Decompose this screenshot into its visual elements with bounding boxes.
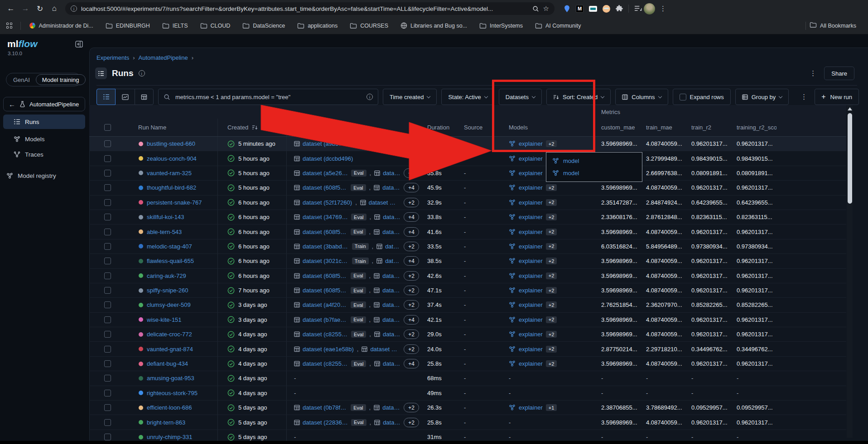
run-name-link[interactable]: unruly-chimp-331 — [147, 434, 192, 440]
more-models-badge[interactable]: +1 — [546, 404, 557, 411]
table-row[interactable]: righteous-stork-795 4 days ago - 49ms - … — [89, 386, 846, 401]
explainer-model-link[interactable]: explainer — [519, 360, 543, 367]
run-name-link[interactable]: delicate-croc-772 — [147, 331, 192, 338]
dataset-link-secondary[interactable]: data… — [385, 258, 401, 264]
row-checkbox[interactable] — [104, 331, 111, 338]
table-row[interactable]: melodic-stag-407 6 hours ago dataset (3b… — [89, 239, 846, 254]
row-checkbox[interactable] — [104, 199, 111, 206]
explainer-model-link[interactable]: explainer — [519, 287, 543, 294]
dataset-link[interactable]: dataset (a5e26688) — [303, 170, 348, 177]
row-checkbox[interactable] — [104, 214, 111, 220]
column-header-training-r2-score[interactable]: training_r2_scor — [736, 119, 776, 136]
dataset-link[interactable]: dataset (b7fae58a) — [303, 316, 348, 323]
dataset-link[interactable]: dataset (608f5b90) — [303, 184, 348, 191]
row-checkbox[interactable] — [104, 346, 111, 353]
card-extension-icon[interactable] — [589, 6, 597, 12]
bookmark-star-icon[interactable]: ☆ — [543, 5, 549, 13]
dataset-link-secondary[interactable]: datas… — [383, 419, 401, 426]
row-checkbox[interactable] — [104, 404, 111, 411]
dataset-link[interactable]: dataset (0b78f852) — [303, 404, 348, 411]
dataset-link[interactable]: dataset (22836d6e) — [303, 419, 348, 426]
dataset-link[interactable]: dataset (dccbd496) — [303, 155, 353, 162]
dataset-link[interactable]: dataset (c8255e16) — [303, 331, 348, 338]
more-models-badge[interactable]: +2 — [546, 360, 557, 367]
run-name-link[interactable]: persistent-snake-767 — [147, 199, 202, 206]
dataset-link-secondary[interactable]: datas… — [383, 170, 401, 177]
table-row[interactable]: zealous-conch-904 5 hours ago dataset (d… — [89, 151, 846, 166]
url-text[interactable]: localhost:5000/#/experiments/7/runs?sear… — [81, 5, 528, 12]
table-row[interactable]: vaunted-ram-325 5 hours ago dataset (a5e… — [89, 166, 846, 181]
column-header-created[interactable]: Created — [218, 119, 287, 136]
back-arrow-icon[interactable]: ← — [9, 100, 15, 108]
run-name-link[interactable]: zealous-conch-904 — [147, 155, 197, 162]
run-name-link[interactable]: vaunted-gnat-874 — [147, 346, 193, 353]
explainer-model-link[interactable]: explainer — [519, 229, 543, 235]
more-models-badge[interactable]: +2 — [546, 229, 557, 235]
explainer-model-link[interactable]: explainer — [519, 140, 543, 147]
more-models-badge[interactable]: +2 — [546, 316, 557, 323]
bookmark-item[interactable]: IELTS — [162, 23, 188, 29]
forward-icon[interactable]: → — [19, 2, 32, 15]
bookmark-item[interactable]: applications — [297, 23, 338, 29]
row-checkbox[interactable] — [104, 419, 111, 426]
bookmark-item[interactable]: EDINBURGH — [106, 23, 150, 29]
sidebar-item-runs[interactable]: Runs — [3, 115, 85, 129]
more-datasets-badge[interactable]: +2 — [404, 329, 419, 339]
dataset-link-secondary[interactable]: datas… — [383, 331, 401, 338]
more-datasets-badge[interactable]: +2 — [404, 242, 419, 251]
row-checkbox[interactable] — [104, 155, 111, 162]
toolbar-menu-icon[interactable]: ⋮ — [798, 93, 810, 101]
column-header-models[interactable]: Models — [501, 119, 600, 136]
more-datasets-badge[interactable]: +4 — [404, 315, 419, 325]
run-name-link[interactable]: amusing-goat-953 — [147, 375, 194, 382]
group-by-button[interactable]: Group by — [735, 89, 789, 105]
dataset-link-secondary[interactable]: datas… — [382, 229, 401, 235]
run-name-link[interactable]: efficient-loon-686 — [147, 404, 192, 411]
column-header-run-name[interactable]: Run Name — [131, 119, 218, 136]
sort-button[interactable]: Sort: Created — [546, 89, 611, 105]
row-checkbox[interactable] — [104, 375, 111, 382]
run-name-link[interactable]: flawless-quail-655 — [147, 258, 194, 264]
explainer-model-link[interactable]: explainer — [519, 272, 543, 279]
explainer-model-link[interactable]: explainer — [519, 243, 543, 250]
dataset-link-secondary[interactable]: datas… — [382, 272, 401, 279]
search-filter-box[interactable]: i — [158, 89, 378, 105]
bookmark-item[interactable]: DataScience — [242, 23, 285, 29]
row-checkbox[interactable] — [104, 434, 111, 440]
column-header-train-r2[interactable]: train_r2 — [690, 119, 736, 136]
avatar-extension-icon[interactable] — [603, 5, 610, 13]
column-header-source[interactable]: Source — [459, 119, 501, 136]
run-name-link[interactable]: melodic-stag-407 — [147, 243, 192, 250]
more-datasets-badge[interactable]: +4 — [404, 212, 419, 222]
dataset-link[interactable]: dataset (eae1e58b) — [303, 346, 354, 353]
reload-icon[interactable]: ↻ — [34, 2, 46, 15]
all-bookmarks-button[interactable]: All Bookmarks — [810, 22, 856, 29]
row-checkbox[interactable] — [104, 272, 111, 279]
more-models-badge[interactable]: +2 — [546, 140, 557, 147]
new-run-button[interactable]: +New run — [815, 89, 859, 105]
bookmark-item[interactable]: AI Community — [535, 23, 581, 29]
expand-rows-checkbox[interactable] — [680, 94, 686, 100]
run-name-link[interactable]: defiant-bug-434 — [147, 360, 188, 367]
column-header-train-mae[interactable]: train_mae — [645, 119, 690, 136]
bookmark-item[interactable]: Administrador de Di... — [29, 22, 93, 29]
sidebar-item-traces[interactable]: Traces — [3, 147, 85, 162]
more-datasets-badge[interactable]: +4 — [404, 227, 419, 237]
more-datasets-badge[interactable]: +2 — [404, 198, 419, 207]
sidebar-item-model-registry[interactable]: Model registry — [3, 168, 85, 183]
model-link[interactable]: model — [563, 170, 579, 177]
browser-menu-icon[interactable]: ⋮ — [657, 5, 669, 13]
more-models-badge[interactable]: +2 — [546, 331, 557, 338]
explainer-model-link[interactable]: explainer — [519, 258, 543, 264]
more-datasets-badge[interactable]: +2 — [404, 300, 419, 310]
row-checkbox[interactable] — [104, 301, 111, 308]
explainer-model-link[interactable]: explainer — [519, 184, 543, 191]
site-info-icon[interactable]: i — [71, 5, 77, 12]
model-link-item[interactable]: model — [552, 158, 642, 164]
run-name-link[interactable]: skillful-koi-143 — [147, 214, 184, 220]
model-link-item[interactable]: model — [552, 170, 642, 177]
explainer-model-link[interactable]: explainer — [519, 301, 543, 308]
extensions-puzzle-icon[interactable] — [616, 5, 623, 12]
dataset-link-secondary[interactable]: data… — [385, 243, 401, 250]
run-name-link[interactable]: wise-kite-151 — [147, 316, 182, 323]
